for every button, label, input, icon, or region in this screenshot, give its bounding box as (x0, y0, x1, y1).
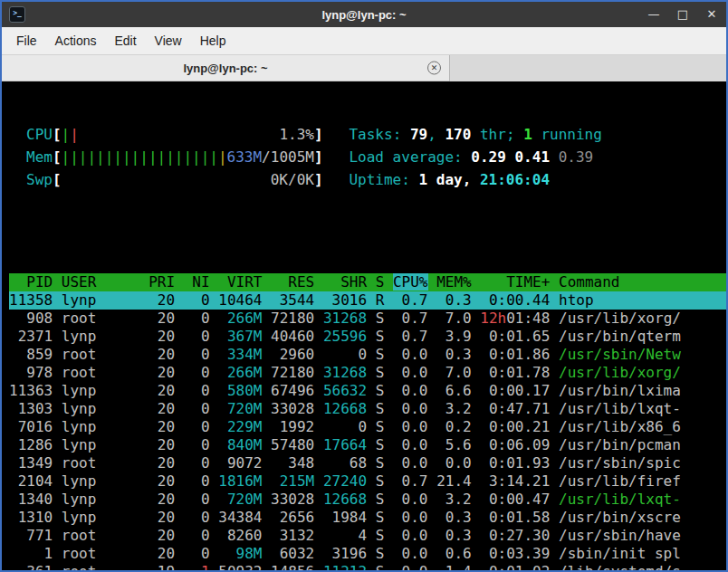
column-header-mem[interactable]: MEM% (436, 273, 472, 291)
tab-bar: lynp@lyn-pc: ~ ✕ (2, 55, 726, 81)
terminal-screen[interactable]: CPU[|| 1.3%] Tasks: 79, 170 thr; 1 runni… (2, 81, 726, 570)
header-spacer (9, 227, 726, 237)
terminal-app-icon: >_ (9, 6, 25, 23)
process-row-1303[interactable]: 1303 lynp 20 0 720M 33028 12668 S 0.0 3.… (9, 400, 726, 418)
maximize-button[interactable]: □ (675, 3, 690, 26)
process-table-header: PID USER PRI NI VIRT RES SHR S CPU% MEM%… (9, 273, 726, 291)
process-table: PID USER PRI NI VIRT RES SHR S CPU% MEM%… (9, 273, 726, 570)
process-row-1310[interactable]: 1310 lynp 20 0 34384 2656 1984 S 0.0 0.3… (9, 509, 726, 527)
column-header-res[interactable]: RES (271, 273, 314, 291)
tab-close-icon[interactable]: ✕ (427, 62, 441, 75)
process-row-1349[interactable]: 1349 root 20 0 9072 348 68 S 0.0 0.0 0:0… (9, 454, 726, 472)
menu-item-file[interactable]: File (7, 30, 46, 52)
menu-bar: FileActionsEditViewHelp (2, 27, 726, 55)
terminal-window: >_ lynp@lyn-pc: ~ — □ ✕ FileActionsEditV… (0, 0, 728, 572)
window-controls: — □ ✕ (647, 3, 719, 26)
title-bar[interactable]: >_ lynp@lyn-pc: ~ — □ ✕ (2, 2, 726, 27)
process-row-11358[interactable]: 11358 lynp 20 0 10464 3544 3016 R 0.7 0.… (9, 291, 726, 310)
process-row-978[interactable]: 978 root 20 0 266M 72180 31268 S 0.0 7.0… (9, 364, 726, 382)
column-header-ni[interactable]: NI (184, 273, 210, 291)
process-row-2104[interactable]: 2104 lynp 20 0 1816M 215M 27240 S 0.7 21… (9, 472, 726, 491)
process-row-7016[interactable]: 7016 lynp 20 0 229M 1992 0 S 0.0 0.2 0:0… (9, 418, 726, 436)
process-row-859[interactable]: 859 root 20 0 334M 2960 0 S 0.0 0.3 0:01… (9, 346, 726, 364)
column-header-shr[interactable]: SHR (323, 273, 367, 291)
column-header-time[interactable]: TIME+ (480, 273, 550, 291)
htop-header-meters: CPU[|| 1.3%] Tasks: 79, 170 thr; 1 runni… (9, 123, 726, 191)
column-header-pid[interactable]: PID (9, 273, 53, 291)
minimize-button[interactable]: — (647, 3, 661, 26)
process-row-1[interactable]: 1 root 20 0 98M 6032 3196 S 0.0 0.6 0:03… (9, 545, 726, 563)
process-row-11363[interactable]: 11363 lynp 20 0 580M 67496 56632 S 0.0 6… (9, 382, 726, 400)
cpu-meter-line: CPU[|| 1.3%] Tasks: 79, 170 thr; 1 runni… (26, 123, 726, 146)
menu-item-view[interactable]: View (146, 30, 191, 52)
swp-meter-line: Swp[ 0K/0K] Uptime: 1 day, 21:06:04 (26, 168, 726, 191)
process-row-2371[interactable]: 2371 lynp 20 0 367M 40460 25596 S 0.7 3.… (9, 328, 726, 346)
tab-title: lynp@lyn-pc: ~ (183, 62, 267, 75)
menu-item-edit[interactable]: Edit (105, 30, 145, 52)
column-header-user[interactable]: USER (62, 273, 140, 291)
close-button[interactable]: ✕ (704, 3, 719, 26)
column-header-cpu[interactable]: CPU% (393, 273, 428, 291)
menu-item-actions[interactable]: Actions (46, 30, 106, 52)
column-header-command[interactable]: Command (559, 273, 619, 291)
process-row-908[interactable]: 908 root 20 0 266M 72180 31268 S 0.7 7.0… (9, 310, 726, 328)
process-row-771[interactable]: 771 root 20 0 8260 3132 4 S 0.0 0.3 0:27… (9, 527, 726, 545)
process-row-1340[interactable]: 1340 lynp 20 0 720M 33028 12668 S 0.0 3.… (9, 491, 726, 509)
mem-meter-line: Mem[|||||||||||||||||||633M/1005M] Load … (26, 146, 726, 168)
window-title: lynp@lyn-pc: ~ (2, 8, 726, 22)
process-row-361[interactable]: 361 root 19 -1 50932 14856 11212 S 0.0 1… (9, 563, 726, 570)
menu-item-help[interactable]: Help (191, 30, 235, 52)
process-row-1286[interactable]: 1286 lynp 20 0 840M 57480 17664 S 0.0 5.… (9, 436, 726, 454)
terminal-tab[interactable]: lynp@lyn-pc: ~ ✕ (2, 55, 450, 81)
column-header-virt[interactable]: VIRT (218, 273, 262, 291)
column-header-s[interactable]: S (376, 273, 385, 291)
column-header-pri[interactable]: PRI (148, 273, 175, 291)
